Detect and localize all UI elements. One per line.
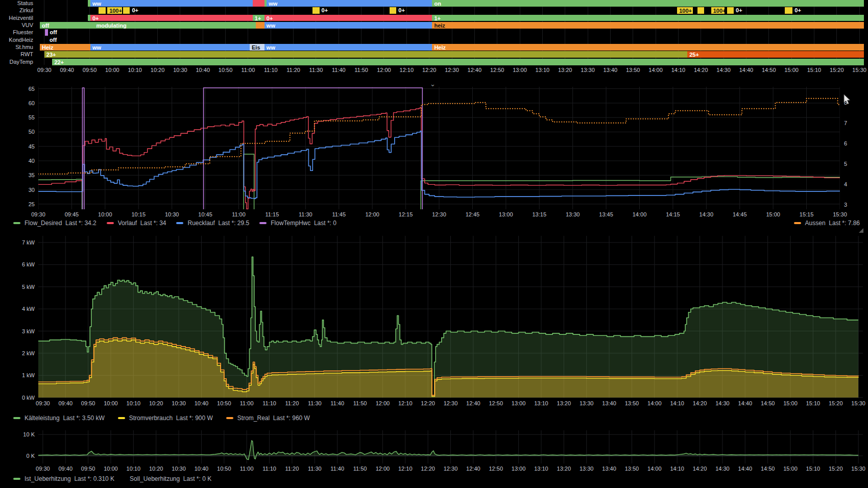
superheat-plot-area[interactable] <box>38 430 863 463</box>
x-tick-label: 13:20 <box>552 466 575 472</box>
x-tick-label: 11:50 <box>349 466 371 472</box>
x-tick-label: 13:50 <box>620 466 643 472</box>
series-Ist_Ueberhitzung <box>38 441 858 460</box>
x-tick-label: 10:30 <box>167 466 190 472</box>
x-tick-label: 12:50 <box>485 466 507 472</box>
legend-label: Soll_Ueberhitzung Last *: 0 K <box>130 475 211 482</box>
x-tick-label: 15:10 <box>802 466 824 472</box>
y-tick-label: 10 K <box>6 431 35 437</box>
series-fill-Ist_Ueberhitzung <box>38 441 858 460</box>
x-tick-label: 14:10 <box>666 466 688 472</box>
x-tick-label: 15:20 <box>825 466 847 472</box>
x-tick-label: 10:10 <box>122 466 144 472</box>
x-tick-label: 14:40 <box>734 466 756 472</box>
x-tick-label: 12:40 <box>462 466 485 472</box>
x-tick-label: 15:00 <box>779 466 802 472</box>
superheat-legend: Ist_Ueberhitzung Last *: 0.310 KSoll_Ueb… <box>13 475 211 482</box>
x-tick-label: 13:30 <box>575 466 598 472</box>
x-tick-label: 10:50 <box>213 466 235 472</box>
x-tick-label: 11:00 <box>235 466 258 472</box>
x-tick-label: 09:30 <box>32 466 54 472</box>
x-tick-label: 09:50 <box>77 466 100 472</box>
x-tick-label: 14:30 <box>711 466 734 472</box>
x-tick-label: 13:10 <box>530 466 552 472</box>
dashboard: { "icons": { "chevron_down": "⌄" }, "col… <box>0 0 868 488</box>
x-tick-label: 12:20 <box>417 466 439 472</box>
x-tick-label: 13:00 <box>508 466 530 472</box>
x-tick-label: 11:30 <box>303 466 326 472</box>
x-tick-label: 14:00 <box>643 466 666 472</box>
legend-label: Ist_Ueberhitzung Last *: 0.310 K <box>25 475 114 482</box>
mouse-cursor-icon <box>843 94 851 105</box>
x-tick-label: 09:40 <box>54 466 77 472</box>
x-tick-label: 13:40 <box>598 466 620 472</box>
x-tick-label: 12:30 <box>440 466 462 472</box>
legend-swatch-icon <box>13 478 20 480</box>
x-tick-label: 11:10 <box>258 466 281 472</box>
x-tick-label: 12:00 <box>371 466 394 472</box>
x-tick-label: 14:20 <box>689 466 711 472</box>
x-tick-label: 10:00 <box>100 466 122 472</box>
y-tick-label: 0 K <box>6 453 35 459</box>
legend-item-Soll_Ueberhitzung[interactable]: Soll_Ueberhitzung Last *: 0 K <box>130 475 211 482</box>
x-tick-label: 11:20 <box>281 466 303 472</box>
superheat-panel: 10 K0 K 09:3009:4009:5010:0010:1010:2010… <box>0 0 868 488</box>
legend-item-Ist_Ueberhitzung[interactable]: Ist_Ueberhitzung Last *: 0.310 K <box>13 475 114 482</box>
x-tick-label: 10:40 <box>190 466 212 472</box>
superheat-plot <box>38 430 863 463</box>
x-tick-label: 10:20 <box>145 466 167 472</box>
x-tick-label: 11:40 <box>326 466 349 472</box>
x-tick-label: 15:30 <box>847 466 868 472</box>
x-tick-label: 14:50 <box>757 466 779 472</box>
x-tick-label: 12:10 <box>394 466 417 472</box>
